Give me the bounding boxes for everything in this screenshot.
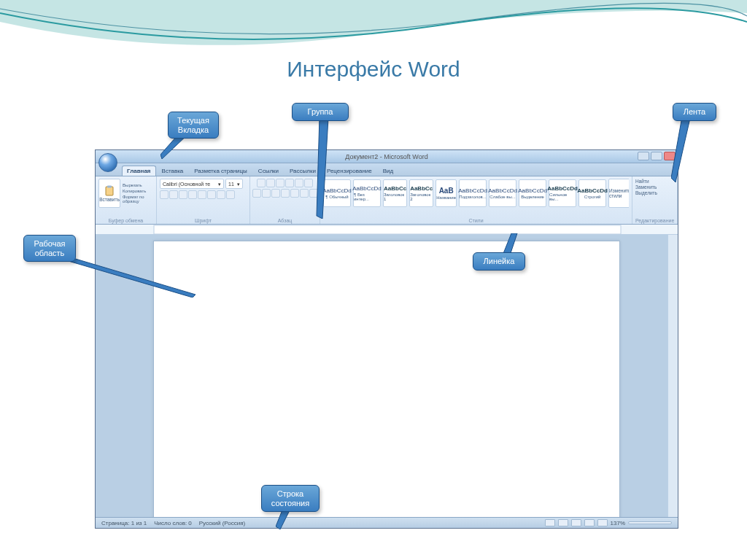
callout-ribbon-tail [671,117,693,182]
vertical-scrollbar[interactable] [667,235,678,517]
replace-button[interactable]: Заменить [635,184,657,190]
ribbon-group-font: Calibri (Основной те▾ 11▾ Шрифт [157,176,250,224]
font-group-label: Шрифт [160,218,247,223]
subscript-button[interactable] [198,190,206,199]
callout-current-tab: Текущая Вкладка [168,112,219,139]
numbering-button[interactable] [266,179,275,187]
word-window: Документ2 - Microsoft Word Главная Встав… [95,149,678,529]
view-web-layout-button[interactable] [571,519,581,526]
tab-page-layout[interactable]: Разметка страницы [189,166,252,176]
svg-marker-1 [317,117,328,219]
ribbon-tabs: Главная Вставка Разметка страницы Ссылки… [96,163,678,176]
status-page[interactable]: Страница: 1 из 1 [101,520,147,526]
document-page[interactable] [153,241,620,517]
shading-button[interactable] [300,189,309,198]
style-heading1[interactable]: AaBbCcЗаголовок 1 [383,179,407,207]
align-left-button[interactable] [252,189,261,198]
align-center-button[interactable] [262,189,271,198]
view-draft-button[interactable] [597,519,608,526]
indent-inc-button[interactable] [295,179,303,187]
multilevel-button[interactable] [276,179,285,187]
callout-status-bar: Строка состояния [261,485,320,512]
status-language[interactable]: Русский (Россия) [199,520,245,526]
status-bar: Страница: 1 из 1 Число слов: 0 Русский (… [96,517,678,528]
sort-button[interactable] [304,179,313,187]
ribbon-group-paragraph: Абзац [250,176,320,224]
callout-ruler: Линейка [473,252,525,271]
align-right-button[interactable] [271,189,280,198]
tab-view[interactable]: Вид [378,166,398,176]
svg-marker-2 [671,117,690,182]
status-word-count[interactable]: Число слов: 0 [154,520,192,526]
callout-work-area: Рабочая область [23,235,76,262]
styles-group-label: Стили [323,218,629,223]
view-full-screen-button[interactable] [558,519,568,526]
editing-group-label: Редактирование [635,218,674,223]
view-outline-button[interactable] [584,519,595,526]
select-button[interactable]: Выделить [635,190,657,195]
maximize-button[interactable] [651,152,662,160]
superscript-button[interactable] [207,190,216,199]
paste-button[interactable]: Вставить [98,179,120,208]
line-spacing-button[interactable] [290,189,299,198]
bold-button[interactable] [160,190,169,199]
style-subtitle[interactable]: AaBbCcDdПодзаголов... [459,179,487,207]
tab-insert[interactable]: Вставка [157,166,189,176]
change-styles-button[interactable]: Изменить стили [608,179,629,208]
font-color-button[interactable] [226,190,235,199]
view-print-layout-button[interactable] [545,519,555,526]
highlight-button[interactable] [217,190,225,199]
style-strong[interactable]: AaBbCcDdСтрогий [578,179,606,207]
ruler-ticks [96,225,678,235]
tab-references[interactable]: Ссылки [253,166,284,176]
style-heading2[interactable]: AaBbCcЗаголовок 2 [409,179,433,207]
bullets-button[interactable] [257,179,266,187]
indent-dec-button[interactable] [285,179,294,187]
align-justify-button[interactable] [281,189,290,198]
paste-icon [104,185,115,197]
copy-button[interactable]: Копировать [123,189,153,193]
office-button[interactable] [98,153,117,172]
callout-ribbon: Лента [673,103,716,121]
ribbon-group-clipboard: Вставить Вырезать Копировать Формат по о… [96,176,157,224]
style-subtle-emphasis[interactable]: AaBbCcDdСлабое вы... [489,179,516,207]
format-painter-button[interactable]: Формат по образцу [123,195,153,203]
font-size-combo[interactable]: 11▾ [225,179,243,189]
tab-home[interactable]: Главная [122,166,156,176]
style-emphasis[interactable]: AaBbCcDdВыделение [519,179,546,207]
horizontal-ruler[interactable] [96,225,678,235]
ribbon-group-editing: Найти Заменить Выделить Редактирование [632,176,678,224]
paragraph-group-label: Абзац [253,218,317,223]
slide-title: Интерфейс Word [0,57,747,82]
style-no-spacing[interactable]: AaBbCcDd¶ Без интер... [353,179,381,207]
svg-rect-7 [107,185,112,187]
svg-rect-6 [106,187,113,195]
cut-button[interactable]: Вырезать [123,183,153,187]
underline-button[interactable] [179,190,187,199]
callout-group-tail [314,117,336,219]
status-zoom[interactable]: 137% [611,520,625,526]
callout-group: Группа [292,103,349,121]
italic-button[interactable] [169,190,178,199]
ribbon-group-styles: AaBbCcDd¶ Обычный AaBbCcDd¶ Без интер...… [320,176,632,224]
ribbon: Вставить Вырезать Копировать Формат по о… [96,176,678,225]
svg-rect-8 [154,225,621,234]
style-title[interactable]: AaBНазвание [436,179,457,207]
strike-button[interactable] [188,190,197,199]
minimize-button[interactable] [638,152,649,160]
window-title: Документ2 - Microsoft Word [345,153,427,160]
find-button[interactable]: Найти [635,179,649,184]
clipboard-group-label: Буфер обмена [98,218,153,223]
zoom-slider[interactable] [628,521,672,524]
style-intense-emphasis[interactable]: AaBbCcDdСильное вы... [549,179,576,207]
font-name-combo[interactable]: Calibri (Основной те▾ [160,179,224,189]
